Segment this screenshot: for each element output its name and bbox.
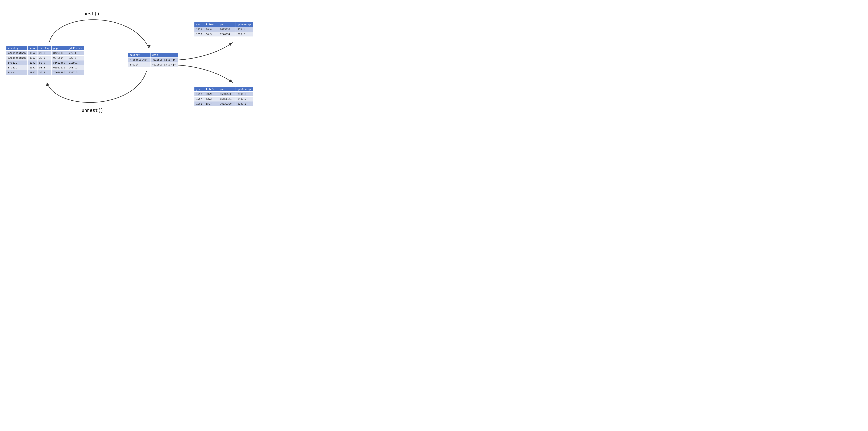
col-gdppercap: gdpPercap (236, 87, 253, 91)
diagram-stage: nest() unnest() country year lifeExp pop… (0, 0, 271, 130)
nest-label: nest() (83, 11, 100, 16)
col-gdppercap: gdpPercap (236, 22, 253, 27)
tibble-a-arrow (178, 42, 232, 60)
arrowhead-icon (147, 45, 151, 49)
tibble-a: year lifeExp pop gdpPercap 195228.884253… (194, 22, 253, 37)
col-pop: pop (218, 87, 236, 91)
col-lifeexp: lifeExp (204, 22, 218, 27)
arrowhead-icon (229, 42, 232, 46)
tibble-b: year lifeExp pop gdpPercap 195250.956602… (194, 87, 253, 106)
arrowhead-icon (45, 82, 49, 86)
col-lifeexp: lifeExp (204, 87, 218, 91)
col-data: data (151, 53, 178, 57)
unnest-arrow (47, 71, 147, 103)
col-gdppercap: gdpPercap (67, 46, 84, 50)
col-year: year (194, 22, 204, 27)
col-year: year (194, 87, 204, 91)
nest-arrow (50, 20, 149, 48)
arrowhead-icon (229, 79, 233, 83)
col-pop: pop (52, 46, 67, 50)
col-lifeexp: lifeExp (37, 46, 51, 50)
col-year: year (28, 46, 37, 50)
col-pop: pop (218, 22, 236, 27)
col-country: country (6, 46, 27, 50)
unnest-label: unnest() (82, 108, 103, 113)
tibble-b-arrow (178, 65, 232, 83)
col-country: country (128, 53, 150, 57)
nested-table: country data Afeganisthan<tibble [2 x 4]… (128, 52, 179, 67)
flat-table: country year lifeExp pop gdpPercap Afega… (6, 46, 84, 75)
